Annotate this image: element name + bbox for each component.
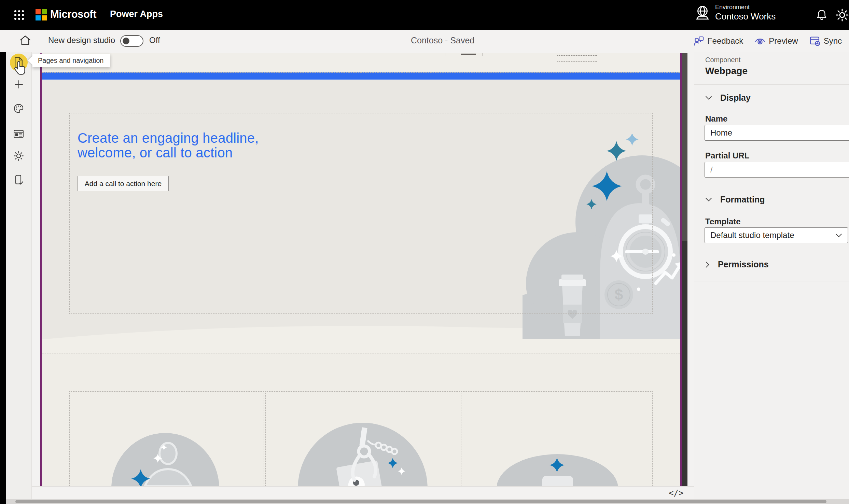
chevron-down-icon — [705, 96, 712, 100]
hero-headline-line1: Create an engaging headline, — [78, 131, 385, 145]
canvas-outline-fragment — [445, 53, 445, 56]
environment-picker[interactable]: Environment Contoso Works — [695, 3, 776, 22]
feedback-button[interactable]: Feedback — [688, 30, 749, 52]
ms-logo-square-green — [42, 9, 47, 14]
canvas-outline-fragment — [549, 53, 549, 56]
chevron-right-icon — [705, 261, 710, 268]
sync-button[interactable]: Sync — [804, 30, 848, 52]
home-icon — [19, 35, 31, 46]
preview-button[interactable]: Preview — [749, 30, 804, 52]
horizontal-scrollbar-thumb[interactable] — [15, 500, 826, 503]
panel-divider — [694, 84, 849, 85]
template-dropdown[interactable]: Default studio template — [705, 227, 848, 243]
layout-icon — [13, 129, 24, 139]
permissions-section-title: Permissions — [718, 260, 769, 269]
card1-illustration — [111, 431, 223, 486]
panel-divider — [694, 253, 849, 253]
formatting-section-title: Formatting — [720, 195, 765, 205]
new-design-studio-label: New design studio — [48, 36, 115, 45]
sync-icon — [810, 36, 820, 46]
ms-logo-square-yellow — [42, 15, 47, 20]
feedback-label: Feedback — [707, 36, 743, 46]
webpage-header-placeholder[interactable] — [42, 72, 680, 80]
toggle-state-label: Off — [149, 36, 160, 45]
studio-sidebar — [6, 52, 32, 499]
site-save-status: Contoso - Saved — [411, 36, 474, 45]
sidebar-tooltip-text: Pages and navigation — [38, 57, 103, 65]
sidebar-item-mobile-preview[interactable] — [10, 171, 28, 189]
bell-icon — [816, 9, 827, 21]
formatting-section-header[interactable]: Formatting — [705, 195, 765, 205]
hero-headline[interactable]: Create an engaging headline, welcome, or… — [78, 131, 385, 160]
top-app-bar: Microsoft Power Apps Environment Contoso… — [0, 0, 849, 30]
partial-url-input[interactable] — [705, 162, 849, 178]
app-launcher-button[interactable] — [12, 8, 26, 22]
card3-illustration — [497, 453, 618, 486]
environment-name: Contoso Works — [715, 11, 776, 22]
hand-cursor-icon — [14, 61, 26, 75]
ms-logo-square-blue — [36, 15, 41, 20]
app-launcher-icon — [14, 10, 24, 20]
new-design-studio-toggle[interactable] — [120, 35, 143, 47]
sidebar-item-layout[interactable] — [10, 125, 28, 143]
ms-logo-square-red — [36, 9, 41, 14]
name-input[interactable] — [705, 125, 849, 141]
canvas-outline-fragment — [557, 55, 597, 62]
sidebar-item-settings[interactable] — [10, 147, 28, 165]
environment-icon — [695, 5, 710, 20]
canvas-outline-fragment — [526, 53, 526, 56]
cta-button[interactable]: Add a call to action here — [78, 176, 169, 191]
chevron-down-icon — [705, 197, 712, 202]
display-section-title: Display — [720, 93, 751, 103]
canvas-vertical-scrollbar-thumb[interactable] — [682, 53, 687, 241]
canvas-outline-fragment — [483, 53, 483, 56]
studio-toolbar: New design studio Off Contoso - Saved Fe… — [0, 30, 849, 52]
settings-icon — [13, 151, 24, 161]
sync-label: Sync — [824, 36, 842, 46]
sidebar-item-design[interactable] — [10, 100, 28, 117]
canvas-outline-fragment — [461, 54, 476, 55]
add-icon — [14, 79, 24, 89]
template-label: Template — [705, 217, 741, 226]
selection-border-left — [40, 53, 42, 486]
component-type: Webpage — [705, 66, 748, 76]
properties-panel: Component Webpage Display Name Partial U… — [694, 52, 849, 499]
card2-illustration — [298, 423, 428, 486]
environment-label: Environment — [715, 3, 776, 11]
partial-url-label: Partial URL — [705, 151, 749, 160]
sidebar-item-add[interactable] — [10, 75, 28, 93]
settings-button-top[interactable] — [835, 8, 849, 23]
component-label: Component — [705, 56, 740, 64]
panel-divider — [694, 281, 849, 281]
code-view-button[interactable]: </> — [669, 487, 683, 500]
hero-headline-line2: welcome, or call to action — [78, 145, 385, 160]
brand-name[interactable]: Microsoft — [50, 8, 96, 20]
canvas-bottom-bar: </> — [31, 486, 694, 500]
template-dropdown-value: Default studio template — [710, 230, 835, 240]
gear-icon — [836, 9, 849, 22]
window-left-edge — [0, 0, 6, 504]
notifications-button[interactable] — [814, 8, 829, 23]
chevron-down-icon — [835, 233, 842, 238]
permissions-section-header[interactable]: Permissions — [705, 260, 769, 269]
preview-label: Preview — [769, 36, 798, 46]
product-name[interactable]: Power Apps — [110, 9, 163, 19]
feedback-icon — [694, 36, 704, 46]
eye-preview-icon — [755, 37, 765, 45]
display-section-header[interactable]: Display — [705, 93, 751, 103]
home-button[interactable] — [18, 33, 33, 48]
mobile-preview-icon — [14, 174, 24, 185]
name-label: Name — [705, 114, 727, 124]
sidebar-tooltip: Pages and navigation — [32, 54, 110, 67]
design-palette-icon — [13, 103, 24, 114]
design-canvas[interactable]: $ Create an engaging headline, welcome, … — [42, 53, 680, 486]
toggle-knob — [123, 38, 129, 44]
microsoft-logo[interactable] — [36, 9, 47, 20]
